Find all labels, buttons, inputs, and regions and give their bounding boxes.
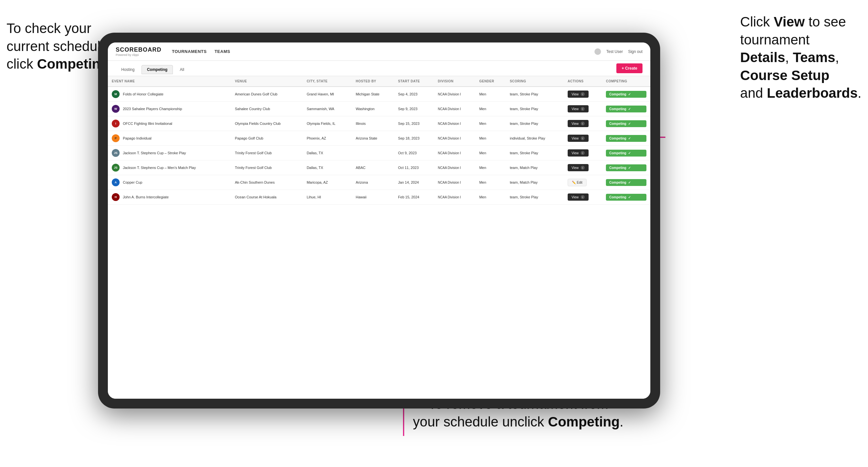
- event-name: Papago Individual: [123, 136, 151, 140]
- create-button[interactable]: + Create: [616, 63, 643, 73]
- header-right: Test User Sign out: [594, 49, 643, 55]
- cell-start-date: Sep 9, 2023: [394, 102, 434, 116]
- cell-hosted-by: Hawaii: [352, 190, 394, 205]
- view-button[interactable]: View i: [568, 193, 589, 201]
- view-button[interactable]: View i: [568, 105, 589, 113]
- table-row: A Copper Cup Ak-Chin Southern DunesMaric…: [108, 175, 650, 190]
- view-button[interactable]: View i: [568, 91, 589, 98]
- cell-start-date: Oct 11, 2023: [394, 160, 434, 175]
- cell-event-name: I OFCC Fighting Illini Invitational: [108, 116, 231, 131]
- cell-actions: View i: [564, 116, 602, 131]
- cell-gender: Men: [475, 87, 505, 102]
- cell-competing: Competing ✓: [602, 116, 650, 131]
- user-icon: [594, 49, 601, 55]
- cell-city: Sammamish, WA: [303, 102, 352, 116]
- cell-division: NCAA Division I: [434, 146, 475, 160]
- cell-city: Dallas, TX: [303, 146, 352, 160]
- cell-venue: Trinity Forest Golf Club: [231, 146, 303, 160]
- competing-badge[interactable]: Competing ✓: [606, 105, 646, 113]
- team-logo: JS: [112, 164, 120, 172]
- cell-competing: Competing ✓: [602, 131, 650, 146]
- cell-division: NCAA Division I: [434, 87, 475, 102]
- cell-city: Dallas, TX: [303, 160, 352, 175]
- competing-badge[interactable]: Competing ✓: [606, 91, 646, 98]
- cell-division: NCAA Division I: [434, 175, 475, 190]
- check-icon: ✓: [628, 107, 631, 111]
- cell-division: NCAA Division I: [434, 116, 475, 131]
- table-row: I OFCC Fighting Illini Invitational Olym…: [108, 116, 650, 131]
- team-logo: I: [112, 120, 120, 127]
- col-division: DIVISION: [434, 76, 475, 87]
- edit-button[interactable]: ✏️ Edit: [568, 179, 587, 186]
- tab-all[interactable]: All: [174, 65, 190, 74]
- check-icon: ✓: [628, 136, 631, 140]
- col-event-name: EVENT NAME: [108, 76, 231, 87]
- competing-badge[interactable]: Competing ✓: [606, 194, 646, 201]
- user-name: Test User: [606, 49, 623, 54]
- view-button[interactable]: View i: [568, 120, 589, 127]
- brand-subtitle: Powered by clippi: [116, 53, 161, 57]
- team-logo: A: [112, 179, 120, 186]
- app-header: SCOREBOARD Powered by clippi TOURNAMENTS…: [108, 42, 650, 61]
- cell-gender: Men: [475, 131, 505, 146]
- cell-event-name: P Papago Individual: [108, 131, 231, 146]
- competing-badge[interactable]: Competing ✓: [606, 164, 646, 171]
- check-icon: ✓: [628, 122, 631, 125]
- info-icon: i: [581, 166, 585, 169]
- cell-scoring: team, Match Play: [506, 175, 564, 190]
- cell-event-name: A Copper Cup: [108, 175, 231, 190]
- competing-badge[interactable]: Competing ✓: [606, 179, 646, 186]
- info-icon: i: [581, 92, 585, 96]
- cell-start-date: Jan 14, 2024: [394, 175, 434, 190]
- tabs-container: Hosting Competing All: [116, 65, 190, 74]
- sign-out-link[interactable]: Sign out: [628, 49, 643, 54]
- table-row: JS Jackson T. Stephens Cup – Stroke Play…: [108, 146, 650, 160]
- cell-venue: Trinity Forest Golf Club: [231, 160, 303, 175]
- cell-start-date: Feb 15, 2024: [394, 190, 434, 205]
- check-icon: ✓: [628, 151, 631, 155]
- tab-competing[interactable]: Competing: [142, 65, 173, 74]
- view-button[interactable]: View i: [568, 164, 589, 171]
- cell-scoring: team, Stroke Play: [506, 87, 564, 102]
- cell-gender: Men: [475, 160, 505, 175]
- cell-city: Grand Haven, MI: [303, 87, 352, 102]
- cell-actions: View i: [564, 131, 602, 146]
- cell-actions: View i: [564, 102, 602, 116]
- table-row: H John A. Burns Intercollegiate Ocean Co…: [108, 190, 650, 205]
- event-name: OFCC Fighting Illini Invitational: [123, 122, 172, 125]
- tournaments-table: EVENT NAME VENUE CITY, STATE HOSTED BY S…: [108, 76, 650, 205]
- cell-hosted-by: [352, 146, 394, 160]
- cell-scoring: team, Stroke Play: [506, 146, 564, 160]
- col-gender: GENDER: [475, 76, 505, 87]
- cell-gender: Men: [475, 190, 505, 205]
- cell-competing: Competing ✓: [602, 146, 650, 160]
- tab-hosting[interactable]: Hosting: [116, 65, 140, 74]
- info-icon: i: [581, 195, 585, 199]
- cell-venue: Ak-Chin Southern Dunes: [231, 175, 303, 190]
- cell-scoring: team, Match Play: [506, 160, 564, 175]
- table-row: JS Jackson T. Stephens Cup – Men's Match…: [108, 160, 650, 175]
- view-button[interactable]: View i: [568, 149, 589, 157]
- event-name: 2023 Sahalee Players Championship: [123, 107, 182, 111]
- competing-badge[interactable]: Competing ✓: [606, 135, 646, 142]
- cell-gender: Men: [475, 175, 505, 190]
- cell-hosted-by: Washington: [352, 102, 394, 116]
- cell-event-name: JS Jackson T. Stephens Cup – Men's Match…: [108, 160, 231, 175]
- brand-title: SCOREBOARD: [116, 46, 161, 53]
- cell-start-date: Sep 15, 2023: [394, 116, 434, 131]
- cell-venue: Papago Golf Club: [231, 131, 303, 146]
- check-icon: ✓: [628, 195, 631, 199]
- cell-competing: Competing ✓: [602, 160, 650, 175]
- view-button[interactable]: View i: [568, 135, 589, 142]
- cell-actions: View i: [564, 160, 602, 175]
- cell-competing: Competing ✓: [602, 175, 650, 190]
- competing-badge[interactable]: Competing ✓: [606, 150, 646, 157]
- cell-city: Phoenix, AZ: [303, 131, 352, 146]
- cell-event-name: M Folds of Honor Collegiate: [108, 87, 231, 102]
- nav-tournaments[interactable]: TOURNAMENTS: [172, 48, 207, 55]
- nav-teams[interactable]: TEAMS: [214, 48, 230, 55]
- competing-badge[interactable]: Competing ✓: [606, 120, 646, 127]
- header-left: SCOREBOARD Powered by clippi TOURNAMENTS…: [116, 46, 230, 57]
- cell-gender: Men: [475, 102, 505, 116]
- cell-start-date: Sep 4, 2023: [394, 87, 434, 102]
